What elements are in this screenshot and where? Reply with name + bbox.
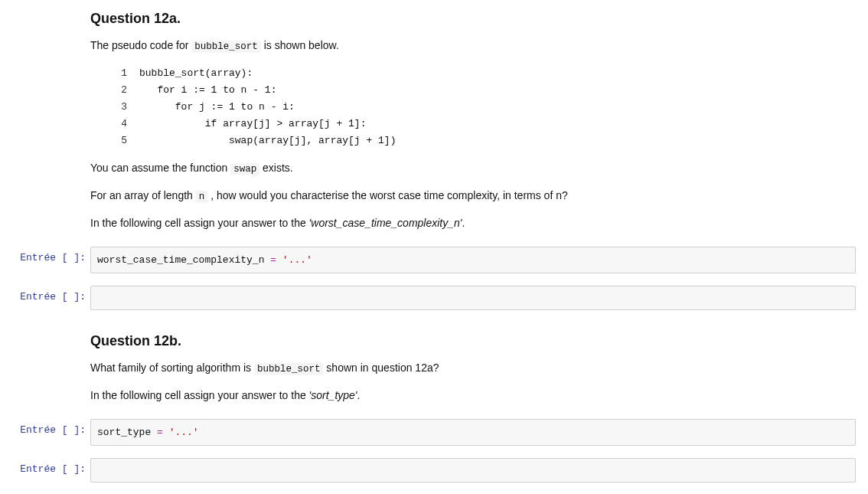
token-string: '...'	[282, 254, 312, 266]
code-text: swap(array[j], array[j + 1])	[139, 132, 856, 149]
paragraph: In the following cell assign your answer…	[90, 388, 856, 404]
code-input[interactable]	[90, 458, 856, 483]
code-line: 2 for i := 1 to n - 1:	[101, 82, 856, 99]
inline-code: swap	[230, 163, 259, 175]
text: In the following cell assign your answer…	[90, 389, 309, 401]
text: What family of sorting algorithm is	[90, 362, 254, 374]
line-number: 5	[101, 132, 139, 149]
text: .	[462, 217, 465, 229]
code-text: for j := 1 to n - i:	[139, 99, 856, 116]
code-cell[interactable]: Entrée [ ]: sort_type = '...'	[0, 419, 868, 447]
text: For an array of length	[90, 189, 196, 201]
text: .	[357, 389, 361, 401]
prompt-empty	[0, 322, 90, 326]
code-cell[interactable]: Entrée [ ]:	[0, 286, 868, 310]
text: shown in question 12a?	[323, 362, 439, 374]
inline-code: n	[196, 191, 208, 203]
token-operator: =	[270, 254, 282, 266]
question-title: Question 12a.	[90, 11, 856, 27]
code-cell[interactable]: Entrée [ ]:	[0, 458, 868, 483]
line-number: 4	[101, 116, 139, 132]
code-text: for i := 1 to n - 1:	[139, 82, 856, 99]
code-input[interactable]	[90, 286, 856, 310]
prompt-empty	[0, 0, 90, 4]
token-operator: =	[157, 427, 169, 438]
question-title: Question 12b.	[90, 333, 856, 349]
code-line: 1bubble_sort(array):	[101, 65, 856, 82]
paragraph: In the following cell assign your answer…	[90, 215, 856, 231]
code-cell[interactable]: Entrée [ ]: worst_case_time_complexity_n…	[0, 247, 868, 274]
input-prompt: Entrée [ ]:	[0, 458, 90, 477]
inline-code: bubble_sort	[254, 363, 324, 375]
inline-code: bubble_sort	[191, 41, 261, 53]
input-prompt: Entrée [ ]:	[0, 247, 90, 266]
line-number: 3	[101, 99, 139, 116]
text: is shown below.	[261, 39, 339, 51]
paragraph: For an array of length n , how would you…	[90, 188, 856, 204]
markdown-cell-q12a: Question 12a. The pseudo code for bubble…	[0, 0, 868, 242]
code-input[interactable]: sort_type = '...'	[90, 419, 856, 447]
token-string: '...'	[169, 427, 199, 438]
text: The pseudo code for	[90, 39, 191, 51]
text: , how would you characterise the worst c…	[207, 189, 568, 201]
paragraph: The pseudo code for bubble_sort is shown…	[90, 38, 856, 54]
text: You can assume the function	[90, 162, 230, 174]
variable-name: 'worst_case_time_complexity_n'	[309, 217, 462, 229]
text: In the following cell assign your answer…	[90, 217, 309, 229]
token-variable: sort_type	[97, 427, 157, 438]
code-line: 5 swap(array[j], array[j + 1])	[101, 132, 856, 149]
pseudocode-block: 1bubble_sort(array): 2 for i := 1 to n -…	[101, 65, 856, 149]
code-text: bubble_sort(array):	[139, 65, 856, 82]
paragraph: What family of sorting algorithm is bubb…	[90, 360, 856, 377]
input-prompt: Entrée [ ]:	[0, 419, 90, 438]
paragraph: You can assume the function swap exists.	[90, 160, 856, 177]
markdown-cell-q12b: Question 12b. What family of sorting alg…	[0, 322, 868, 414]
code-line: 3 for j := 1 to n - i:	[101, 99, 856, 116]
line-number: 1	[101, 65, 139, 82]
variable-name: 'sort_type'	[309, 389, 357, 401]
input-prompt: Entrée [ ]:	[0, 286, 90, 305]
notebook: Question 12a. The pseudo code for bubble…	[0, 0, 868, 494]
line-number: 2	[101, 82, 139, 99]
token-variable: worst_case_time_complexity_n	[97, 254, 270, 266]
code-line: 4 if array[j] > array[j + 1]:	[101, 116, 856, 132]
code-input[interactable]: worst_case_time_complexity_n = '...'	[90, 247, 856, 274]
code-text: if array[j] > array[j + 1]:	[139, 116, 856, 132]
text: exists.	[259, 162, 293, 174]
